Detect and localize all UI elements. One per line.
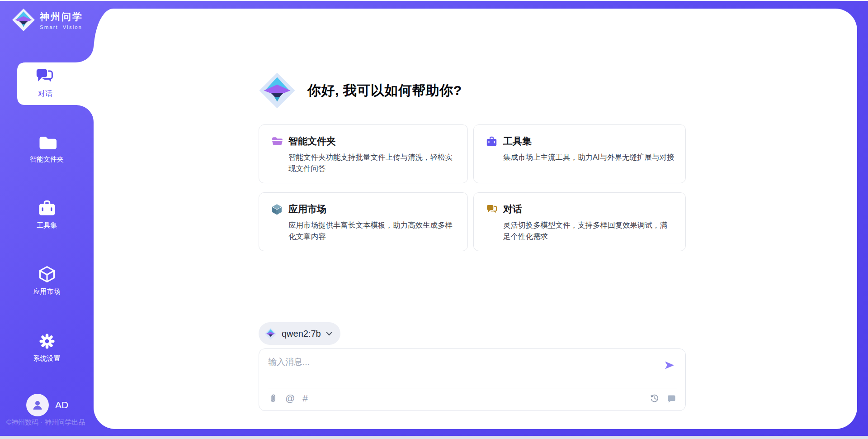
hashtag-icon[interactable]: # xyxy=(302,393,308,403)
chevron-down-icon xyxy=(326,332,332,336)
brand-logo: 神州问学 Smart Vision xyxy=(12,8,83,32)
sidebar-item-app-market[interactable]: 应用市场 xyxy=(0,264,94,296)
main-panel: 你好, 我可以如何帮助你? 智能文件夹 智能文件夹功能支持批量文件上传与清洗，轻… xyxy=(94,9,857,429)
briefcase-icon xyxy=(37,198,57,218)
sidebar-item-label: 系统设置 xyxy=(33,354,61,363)
mention-icon[interactable]: @ xyxy=(285,393,295,403)
user-account[interactable]: AD xyxy=(26,394,68,416)
avatar xyxy=(26,394,49,416)
message-composer: @ # xyxy=(259,348,686,411)
sidebar: 神州问学 Smart Vision 对话 智能文件夹 xyxy=(0,0,94,439)
person-icon xyxy=(31,399,44,411)
folder-icon xyxy=(37,132,57,152)
composer-divider xyxy=(268,388,677,388)
card-description: 灵活切换多模型文件，支持多样回复效果调试，满足个性化需求 xyxy=(503,220,675,242)
sidebar-item-toolkit[interactable]: 工具集 xyxy=(0,198,94,230)
chat-bubbles-icon xyxy=(486,203,498,215)
feature-cards: 智能文件夹 智能文件夹功能支持批量文件上传与清洗，轻松实现文件问答 工具集 集成… xyxy=(259,124,686,251)
sidebar-diamond-icon xyxy=(12,8,35,32)
sidebar-item-label: 工具集 xyxy=(37,221,57,230)
brand-diamond-icon xyxy=(259,72,296,109)
card-toolkit[interactable]: 工具集 集成市场上主流工具，助力AI与外界无缝扩展与对接 xyxy=(473,124,686,183)
model-selector[interactable]: qwen2:7b xyxy=(259,322,340,345)
briefcase-icon xyxy=(486,135,498,148)
app-root: 你好, 我可以如何帮助你? 智能文件夹 智能文件夹功能支持批量文件上传与清洗，轻… xyxy=(0,0,868,439)
open-folder-icon xyxy=(271,135,283,148)
card-title: 对话 xyxy=(503,203,522,215)
sidebar-item-label: 应用市场 xyxy=(33,287,61,296)
active-tab-background[interactable] xyxy=(17,45,94,122)
sidebar-item-settings[interactable]: 系统设置 xyxy=(0,331,94,363)
card-app-market[interactable]: 应用市场 应用市场提供丰富长文本模板，助力高效生成多样化文章内容 xyxy=(259,192,468,251)
card-chat[interactable]: 对话 灵活切换多模型文件，支持多样回复效果调试，满足个性化需求 xyxy=(473,192,686,251)
model-name: qwen2:7b xyxy=(282,329,321,339)
card-title: 应用市场 xyxy=(288,203,326,215)
brand-name: 神州问学 xyxy=(40,10,83,23)
user-name: AD xyxy=(55,400,68,410)
history-icon[interactable] xyxy=(650,393,660,403)
feedback-bubble-icon[interactable] xyxy=(666,393,676,403)
send-icon[interactable] xyxy=(664,359,675,371)
message-input[interactable] xyxy=(268,354,657,370)
cube-icon xyxy=(37,264,57,284)
sidebar-item-smart-folder[interactable]: 智能文件夹 xyxy=(0,132,94,164)
greeting-title: 你好, 我可以如何帮助你? xyxy=(307,81,462,100)
attachment-icon[interactable] xyxy=(268,393,278,403)
model-diamond-icon xyxy=(264,328,277,340)
card-title: 智能文件夹 xyxy=(288,135,336,148)
window-bottom-scrollbar[interactable] xyxy=(0,436,868,439)
gear-icon xyxy=(37,331,57,351)
card-description: 智能文件夹功能支持批量文件上传与清洗，轻松实现文件问答 xyxy=(288,152,457,174)
greeting-block: 你好, 我可以如何帮助你? xyxy=(259,72,462,109)
pixel-cube-icon xyxy=(271,203,283,215)
card-title: 工具集 xyxy=(503,135,532,148)
brand-subtitle: Smart Vision xyxy=(40,24,83,30)
window-top-edge xyxy=(0,0,868,1)
card-description: 应用市场提供丰富长文本模板，助力高效生成多样化文章内容 xyxy=(288,220,457,242)
composer-right-tools xyxy=(650,393,676,403)
copyright-text: ©神州数码 · 神州问学出品 xyxy=(6,418,85,427)
composer-tools: @ # xyxy=(268,393,308,403)
card-smart-folder[interactable]: 智能文件夹 智能文件夹功能支持批量文件上传与清洗，轻松实现文件问答 xyxy=(259,124,468,183)
sidebar-item-chat[interactable]: 对话 xyxy=(0,89,90,99)
card-description: 集成市场上主流工具，助力AI与外界无缝扩展与对接 xyxy=(503,152,675,163)
chat-bubbles-icon[interactable] xyxy=(34,66,54,86)
sidebar-item-label: 智能文件夹 xyxy=(30,155,64,164)
